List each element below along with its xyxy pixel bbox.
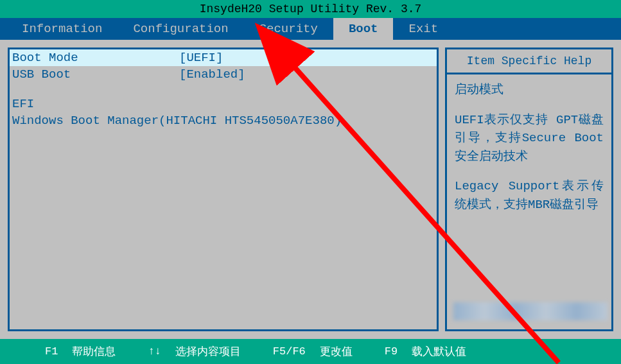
- usb-boot-label: USB Boot: [12, 67, 179, 82]
- boot-entry[interactable]: Windows Boot Manager(HITACHI HTS545050A7…: [10, 112, 437, 129]
- boot-mode-value: [UEFI]: [179, 51, 434, 65]
- footer-key-f1: F1: [45, 345, 58, 358]
- main-panel: Boot Mode [UEFI] USB Boot [Enabled] EFI …: [8, 48, 439, 331]
- footer-desc-help: 帮助信息: [72, 344, 116, 359]
- help-p3: Legacy Support表示传统模式，支持MBR磁盘引导: [455, 177, 604, 214]
- footer-desc-change: 更改值: [320, 344, 353, 359]
- row-boot-mode[interactable]: Boot Mode [UEFI]: [10, 49, 437, 66]
- menu-bar: Information Configuration Security Boot …: [0, 18, 621, 40]
- menu-exit[interactable]: Exit: [393, 18, 453, 40]
- usb-boot-value: [Enabled]: [179, 67, 434, 82]
- app-title: InsydeH20 Setup Utility Rev. 3.7: [200, 3, 422, 15]
- blurred-region: [453, 302, 608, 320]
- footer-desc-select: 选择内容项目: [175, 344, 241, 359]
- menu-security[interactable]: Security: [244, 18, 333, 40]
- menu-configuration[interactable]: Configuration: [118, 18, 243, 40]
- help-content: 启动模式 UEFI表示仅支持 GPT磁盘引导，支持Secure Boot安全启动…: [447, 74, 611, 232]
- menu-boot[interactable]: Boot: [333, 18, 394, 40]
- help-panel: Item Specific Help 启动模式 UEFI表示仅支持 GPT磁盘引…: [445, 48, 613, 331]
- content-area: Boot Mode [UEFI] USB Boot [Enabled] EFI …: [0, 40, 621, 339]
- help-title: Item Specific Help: [447, 49, 611, 74]
- menu-information[interactable]: Information: [6, 18, 118, 40]
- spacer: [10, 83, 437, 96]
- help-p2: UEFI表示仅支持 GPT磁盘引导，支持Secure Boot安全启动技术: [455, 111, 604, 166]
- help-p1: 启动模式: [455, 81, 604, 100]
- boot-mode-label: Boot Mode: [12, 51, 179, 65]
- title-bar: InsydeH20 Setup Utility Rev. 3.7: [0, 0, 621, 18]
- footer-key-f9: F9: [385, 345, 398, 358]
- footer-key-f5f6: F5/F6: [273, 345, 306, 358]
- footer-key-arrows: ↑↓: [148, 345, 161, 358]
- footer-bar: F1 帮助信息 ↑↓ 选择内容项目 F5/F6 更改值 F9 载入默认值: [0, 339, 621, 364]
- row-usb-boot[interactable]: USB Boot [Enabled]: [10, 66, 437, 83]
- efi-section-label: EFI: [10, 96, 437, 112]
- footer-desc-default: 载入默认值: [412, 344, 466, 359]
